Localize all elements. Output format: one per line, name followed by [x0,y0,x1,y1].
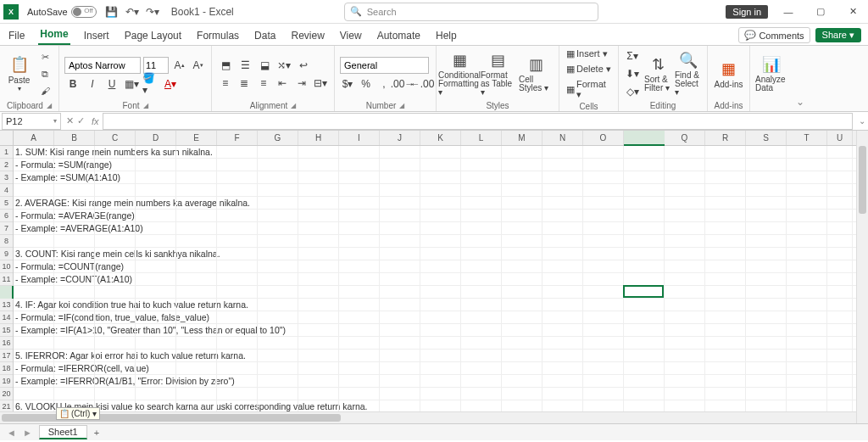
minimize-button[interactable]: — [776,7,800,17]
addins-button[interactable]: ▦Add-ins [713,59,744,89]
cell[interactable] [380,299,420,311]
cell[interactable] [746,197,787,209]
delete-cells-button[interactable]: ▦ Delete ▾ [565,63,613,76]
col-header-M[interactable]: M [502,131,542,145]
cell[interactable] [827,286,853,298]
cell[interactable] [14,388,54,400]
cell[interactable] [624,248,665,260]
cell[interactable] [665,222,705,234]
cell[interactable] [827,248,853,260]
decrease-indent-icon[interactable]: ⇤ [275,76,292,91]
cell[interactable] [746,235,787,247]
cell[interactable] [258,184,298,196]
cell[interactable] [502,400,542,412]
cell[interactable] [217,171,258,183]
cell[interactable] [461,337,502,349]
align-right-icon[interactable]: ≡ [255,76,272,91]
cell[interactable] [502,222,542,234]
cell[interactable] [420,222,461,234]
col-header-S[interactable]: S [746,131,787,145]
insert-cells-button[interactable]: ▦ Insert ▾ [565,48,613,60]
increase-font-icon[interactable]: A▴ [171,58,187,73]
cell[interactable] [542,235,583,247]
cell[interactable] [705,260,746,272]
cell[interactable] [827,235,853,247]
cell[interactable] [176,273,217,285]
sign-in-button[interactable]: Sign in [726,5,768,19]
cell[interactable] [746,159,787,171]
align-top-icon[interactable]: ⬒ [217,58,234,73]
cell[interactable] [461,400,502,412]
cell[interactable] [502,299,542,311]
cell[interactable] [420,273,461,285]
cell[interactable]: - Example: =COUNT(A1:A10) [14,273,54,285]
cell[interactable] [176,235,217,247]
cell[interactable] [705,171,746,183]
save-icon[interactable]: 💾 [103,3,121,21]
cell[interactable] [339,210,380,221]
cell[interactable] [746,375,787,387]
cell[interactable] [339,146,380,158]
cell[interactable] [665,260,705,272]
cell[interactable] [665,197,705,209]
cell[interactable] [298,286,339,298]
cell[interactable] [665,375,705,387]
cell[interactable] [705,235,746,247]
cell[interactable] [665,286,705,298]
cell[interactable] [542,388,583,400]
cell[interactable] [461,235,502,247]
cell[interactable] [217,184,258,196]
cell[interactable] [420,184,461,196]
cell[interactable] [787,375,827,387]
row-header-8[interactable]: 8 [0,235,13,248]
cell[interactable]: - Example: =AVERAGE(A1:A10) [14,222,54,234]
cell[interactable] [705,146,746,158]
cell[interactable] [258,375,298,387]
cell[interactable] [583,337,624,349]
cell[interactable] [95,299,136,311]
cell[interactable] [746,400,787,412]
row-header-18[interactable]: 18 [0,362,13,375]
cancel-formula-icon[interactable]: ✕ [66,115,74,126]
cell[interactable] [461,388,502,400]
align-center-icon[interactable]: ≣ [236,76,253,91]
cell[interactable] [787,350,827,361]
cell[interactable] [339,350,380,361]
row-header-17[interactable]: 17 [0,350,13,362]
cell[interactable] [461,248,502,260]
cell[interactable] [258,197,298,209]
cell[interactable] [583,311,624,323]
col-header-D[interactable]: D [136,131,176,145]
cell[interactable] [380,159,420,171]
cell[interactable] [542,375,583,387]
bold-button[interactable]: B [64,76,81,92]
cell[interactable] [258,260,298,272]
cell[interactable] [583,159,624,171]
cell[interactable] [298,273,339,285]
cell[interactable] [54,375,95,387]
cell[interactable] [54,350,95,361]
cell[interactable] [420,362,461,374]
col-header-L[interactable]: L [461,131,502,145]
cell[interactable] [583,210,624,221]
row-header-3[interactable]: 3 [0,171,13,184]
cell[interactable] [298,337,339,349]
cell[interactable] [624,362,665,374]
wrap-text-icon[interactable]: ↩ [295,58,312,73]
cell[interactable] [583,248,624,260]
col-header-H[interactable]: H [298,131,339,145]
cell-styles-button[interactable]: ▥Cell Styles ▾ [519,55,554,92]
cell[interactable] [298,248,339,260]
cell[interactable] [14,235,54,247]
cell[interactable] [542,350,583,361]
cell[interactable] [54,311,95,323]
autosave-toggle[interactable]: Off [71,6,97,18]
cell[interactable] [258,388,298,400]
cell[interactable] [339,197,380,209]
row-header-2[interactable]: 2 [0,159,13,171]
cell[interactable] [136,362,176,374]
cell[interactable] [583,299,624,311]
cell[interactable] [705,299,746,311]
cell[interactable] [217,299,258,311]
cell[interactable] [665,171,705,183]
